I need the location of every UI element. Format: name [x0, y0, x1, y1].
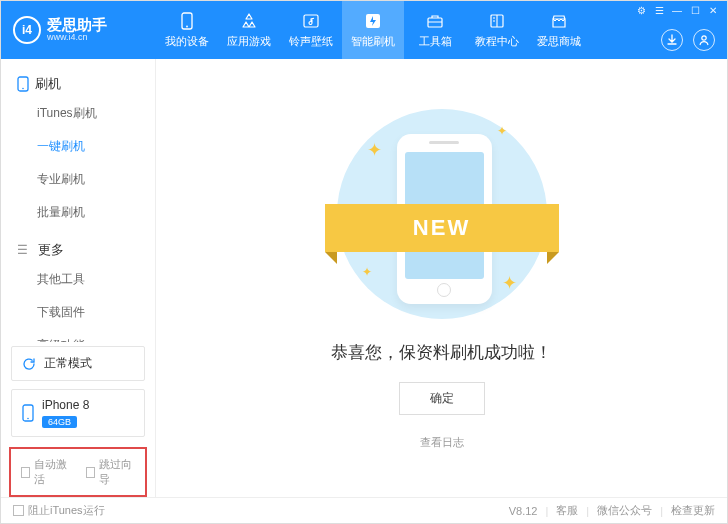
new-ribbon: NEW: [325, 204, 559, 252]
checkbox-icon: [13, 505, 24, 516]
tab-5[interactable]: 教程中心: [466, 1, 528, 59]
sidebar-item[interactable]: 高级功能: [1, 329, 155, 342]
app-url: www.i4.cn: [47, 33, 107, 43]
update-link[interactable]: 检查更新: [671, 503, 715, 518]
device-status[interactable]: iPhone 8 64GB: [11, 389, 145, 437]
apps-icon: [240, 12, 258, 30]
phone-icon: [178, 12, 196, 30]
support-link[interactable]: 客服: [556, 503, 578, 518]
device-name: iPhone 8: [42, 398, 89, 412]
view-log-link[interactable]: 查看日志: [420, 435, 464, 450]
svg-point-6: [702, 36, 706, 40]
ok-button[interactable]: 确定: [399, 382, 485, 415]
sidebar-item[interactable]: 专业刷机: [1, 163, 155, 196]
checkbox-icon: [86, 467, 95, 478]
more-icon: ☰: [17, 243, 28, 257]
main-tabs: 我的设备应用游戏铃声壁纸智能刷机工具箱教程中心爱思商城: [156, 1, 590, 59]
svg-point-1: [186, 25, 188, 27]
logo: i4 爱思助手 www.i4.cn: [1, 16, 156, 44]
sidebar-section-title: 刷机: [35, 75, 61, 93]
close-icon[interactable]: ✕: [707, 5, 719, 16]
tab-3[interactable]: 智能刷机: [342, 1, 404, 59]
sidebar: 刷机 iTunes刷机一键刷机专业刷机批量刷机 ☰ 更多 其他工具下载固件高级功…: [1, 59, 156, 497]
tab-1[interactable]: 应用游戏: [218, 1, 280, 59]
sparkle-icon: ✦: [497, 124, 507, 138]
sidebar-item[interactable]: 其他工具: [1, 263, 155, 296]
minimize-icon[interactable]: —: [671, 5, 683, 16]
device-icon: [22, 404, 34, 422]
sidebar-item[interactable]: 下载固件: [1, 296, 155, 329]
maximize-icon[interactable]: ☐: [689, 5, 701, 16]
tab-0[interactable]: 我的设备: [156, 1, 218, 59]
phone-flash-icon: [17, 76, 29, 92]
music-icon: [302, 12, 320, 30]
app-title: 爱思助手: [47, 17, 107, 34]
mode-status[interactable]: 正常模式: [11, 346, 145, 381]
success-message: 恭喜您，保资料刷机成功啦！: [331, 341, 552, 364]
user-button[interactable]: [693, 29, 715, 51]
logo-icon: i4: [13, 16, 41, 44]
sidebar-item[interactable]: iTunes刷机: [1, 97, 155, 130]
wechat-link[interactable]: 微信公众号: [597, 503, 652, 518]
svg-point-8: [22, 88, 24, 90]
footer: 阻止iTunes运行 V8.12 | 客服 | 微信公众号 | 检查更新: [1, 497, 727, 523]
sparkle-icon: ✦: [362, 265, 372, 279]
flash-icon: [364, 12, 382, 30]
success-illustration: NEW ✦ ✦ ✦ ✦: [337, 109, 547, 319]
store-icon: [550, 12, 568, 30]
auto-activate-checkbox[interactable]: 自动激活: [21, 457, 70, 487]
sidebar-item[interactable]: 批量刷机: [1, 196, 155, 229]
tab-4[interactable]: 工具箱: [404, 1, 466, 59]
sidebar-section-more: ☰ 更多: [1, 237, 155, 263]
toolbox-icon: [426, 12, 444, 30]
download-button[interactable]: [661, 29, 683, 51]
window-controls: ⚙ ☰ — ☐ ✕: [635, 5, 719, 16]
tab-6[interactable]: 爱思商城: [528, 1, 590, 59]
app-header: i4 爱思助手 www.i4.cn 我的设备应用游戏铃声壁纸智能刷机工具箱教程中…: [1, 1, 727, 59]
sparkle-icon: ✦: [367, 139, 382, 161]
tab-2[interactable]: 铃声壁纸: [280, 1, 342, 59]
svg-point-10: [27, 418, 29, 420]
options-box: 自动激活 跳过向导: [9, 447, 147, 497]
skip-wizard-checkbox[interactable]: 跳过向导: [86, 457, 135, 487]
sparkle-icon: ✦: [502, 272, 517, 294]
refresh-icon: [22, 357, 36, 371]
settings-icon[interactable]: ⚙: [635, 5, 647, 16]
block-itunes-checkbox[interactable]: 阻止iTunes运行: [13, 503, 105, 518]
menu-icon[interactable]: ☰: [653, 5, 665, 16]
book-icon: [488, 12, 506, 30]
sidebar-section-title: 更多: [38, 241, 64, 259]
mode-label: 正常模式: [44, 355, 92, 372]
main-panel: NEW ✦ ✦ ✦ ✦ 恭喜您，保资料刷机成功啦！ 确定 查看日志: [156, 59, 727, 497]
device-storage-badge: 64GB: [42, 416, 77, 428]
version-label: V8.12: [509, 505, 538, 517]
checkbox-icon: [21, 467, 30, 478]
sidebar-item[interactable]: 一键刷机: [1, 130, 155, 163]
sidebar-section-flash: 刷机: [1, 71, 155, 97]
